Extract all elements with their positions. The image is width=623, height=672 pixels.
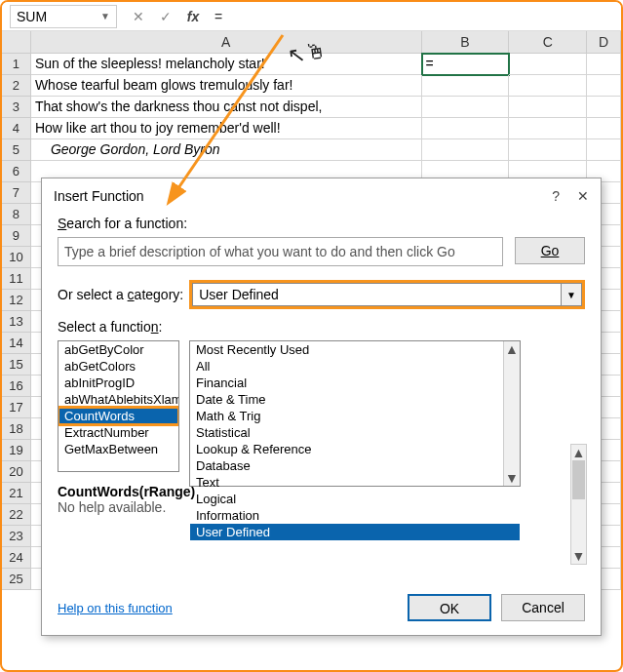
cancel-button[interactable]: Cancel <box>501 594 585 621</box>
row-header[interactable]: 19 <box>2 440 31 461</box>
insert-function-dialog: Insert Function ? ✕ Search for a functio… <box>41 178 602 636</box>
scroll-down-icon[interactable]: ▼ <box>505 470 519 486</box>
cell[interactable] <box>509 97 587 118</box>
row-header[interactable]: 6 <box>2 161 31 182</box>
row-header[interactable]: 2 <box>2 75 31 97</box>
cell[interactable]: How like art thou to joy remember'd well… <box>31 118 422 139</box>
ok-button[interactable]: OK <box>408 594 491 621</box>
category-dropdown[interactable]: ▼ <box>189 280 585 309</box>
function-item[interactable]: abWhatAblebitsXlam <box>58 391 178 408</box>
grid-row: 5George Gordon, Lord Byron <box>2 139 621 161</box>
grid-row: 3That show's the darkness thou canst not… <box>2 97 621 118</box>
row-header[interactable]: 23 <box>2 526 31 547</box>
row-header[interactable]: 11 <box>2 268 31 290</box>
cell[interactable] <box>422 97 510 118</box>
cancel-formula-icon[interactable]: ✕ <box>125 4 152 29</box>
row-header[interactable]: 16 <box>2 376 31 397</box>
name-box[interactable]: SUM ▼ <box>10 5 117 28</box>
row-header[interactable]: 21 <box>2 483 31 504</box>
cell[interactable] <box>587 118 621 139</box>
row-header[interactable]: 17 <box>2 397 31 418</box>
cell[interactable] <box>422 118 510 139</box>
row-header[interactable]: 13 <box>2 311 31 333</box>
scroll-thumb[interactable] <box>572 460 585 499</box>
scrollbar[interactable]: ▲▼ <box>503 341 520 486</box>
category-option[interactable]: Information <box>190 507 520 524</box>
category-option[interactable]: Logical <box>190 491 520 507</box>
scroll-up-icon[interactable]: ▲ <box>572 445 586 460</box>
cell[interactable]: Whose tearful beam glows tremulously far… <box>31 75 422 97</box>
formula-input[interactable]: = <box>207 9 621 24</box>
help-icon[interactable]: ? <box>552 188 560 204</box>
cell[interactable] <box>509 139 587 161</box>
category-list-dropdown[interactable]: Most Recently UsedAllFinancialDate & Tim… <box>189 340 521 487</box>
chevron-down-icon[interactable]: ▼ <box>100 11 110 21</box>
category-option[interactable]: Database <box>190 457 520 474</box>
column-header[interactable]: C <box>509 31 587 53</box>
insert-function-icon[interactable]: fx <box>179 4 207 29</box>
row-header[interactable]: 20 <box>2 461 31 483</box>
function-item[interactable]: abGetByColor <box>58 341 178 358</box>
category-option[interactable]: Text <box>190 474 520 491</box>
row-header[interactable]: 18 <box>2 418 31 440</box>
cell[interactable] <box>587 75 621 97</box>
row-header[interactable]: 22 <box>2 504 31 526</box>
category-option[interactable]: Lookup & Reference <box>190 441 520 457</box>
help-link[interactable]: Help on this function <box>58 601 173 615</box>
row-header[interactable]: 12 <box>2 290 31 311</box>
cell[interactable]: = <box>422 54 510 75</box>
grid-row: 4How like art thou to joy remember'd wel… <box>2 118 621 139</box>
function-item[interactable]: abInitProgID <box>58 375 178 391</box>
cell[interactable] <box>587 54 621 75</box>
row-header[interactable]: 14 <box>2 333 31 354</box>
cell[interactable]: George Gordon, Lord Byron <box>31 139 422 161</box>
scrollbar[interactable]: ▲ ▼ <box>570 444 587 565</box>
cell[interactable] <box>587 97 621 118</box>
category-option[interactable]: Date & Time <box>190 391 520 408</box>
cell[interactable] <box>422 139 510 161</box>
column-header[interactable]: A <box>31 31 422 53</box>
cell[interactable] <box>509 75 587 97</box>
close-icon[interactable]: ✕ <box>577 188 589 204</box>
row-header[interactable]: 8 <box>2 204 31 225</box>
cell[interactable]: Sun of the sleepless! melancholy star! <box>31 54 422 75</box>
search-input[interactable] <box>58 237 503 266</box>
category-option[interactable]: Most Recently Used <box>190 341 520 358</box>
cell[interactable] <box>587 139 621 161</box>
function-list[interactable]: abGetByColorabGetColorsabInitProgIDabWha… <box>58 340 179 472</box>
row-header[interactable]: 9 <box>2 225 31 247</box>
select-all-corner[interactable] <box>2 31 31 53</box>
row-header[interactable]: 4 <box>2 118 31 139</box>
accept-formula-icon[interactable]: ✓ <box>152 4 179 29</box>
grid-row: 2Whose tearful beam glows tremulously fa… <box>2 75 621 97</box>
category-option[interactable]: Math & Trig <box>190 408 520 424</box>
category-value[interactable] <box>192 283 561 306</box>
category-option[interactable]: Statistical <box>190 424 520 441</box>
chevron-down-icon[interactable]: ▼ <box>561 283 582 306</box>
go-button[interactable]: Go <box>515 237 585 264</box>
function-item[interactable]: ExtractNumber <box>58 424 178 441</box>
row-header[interactable]: 10 <box>2 247 31 268</box>
row-header[interactable]: 5 <box>2 139 31 161</box>
category-option[interactable]: Financial <box>190 375 520 391</box>
row-header[interactable]: 25 <box>2 569 31 590</box>
function-item[interactable]: GetMaxBetween <box>58 441 178 457</box>
scroll-down-icon[interactable]: ▼ <box>572 548 586 564</box>
category-option[interactable]: All <box>190 358 520 375</box>
cell[interactable] <box>509 118 587 139</box>
scroll-up-icon[interactable]: ▲ <box>505 341 519 357</box>
cell[interactable] <box>422 75 510 97</box>
cell[interactable]: That show's the darkness thou canst not … <box>31 97 422 118</box>
row-header[interactable]: 15 <box>2 354 31 376</box>
cell[interactable] <box>509 54 587 75</box>
function-item[interactable]: abGetColors <box>58 358 178 375</box>
function-item[interactable]: CountWords <box>58 408 178 424</box>
column-header[interactable]: B <box>422 31 510 53</box>
row-header[interactable]: 3 <box>2 97 31 118</box>
search-label: Search for a function: <box>58 216 585 231</box>
row-header[interactable]: 24 <box>2 547 31 569</box>
row-header[interactable]: 1 <box>2 54 31 75</box>
category-option[interactable]: User Defined <box>190 524 520 540</box>
row-header[interactable]: 7 <box>2 182 31 204</box>
column-header[interactable]: D <box>587 31 621 53</box>
